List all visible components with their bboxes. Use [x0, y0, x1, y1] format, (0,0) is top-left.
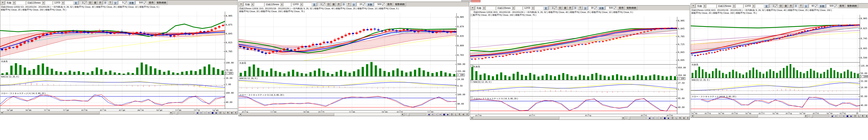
chevron-down-icon[interactable]: ▼ [703, 4, 706, 8]
zoom-in-button[interactable]: + [834, 114, 838, 117]
multi-symbol-button[interactable]: 複数銘柄 [155, 1, 167, 5]
stop-button[interactable]: ■ [442, 113, 446, 116]
chevron-down-icon[interactable]: ▼ [732, 4, 736, 8]
slider-handle[interactable] [176, 111, 178, 114]
line-mode-button[interactable]: L [675, 116, 678, 119]
period-button-day[interactable]: 日 [558, 6, 562, 10]
period-button-month[interactable]: 月 [336, 2, 341, 6]
instrument-category-select[interactable]: 先物▼ [244, 2, 264, 6]
period-button-tick[interactable]: T [108, 1, 113, 5]
stop-button[interactable]: ■ [211, 111, 214, 114]
symbol-select[interactable]: 日経225mini▼ [265, 2, 291, 6]
chevron-down-icon[interactable]: ▼ [300, 3, 303, 6]
refresh-button[interactable]: R [458, 113, 461, 116]
scrollbar-thumb[interactable] [474, 116, 559, 119]
scroll-left-button[interactable]: ◀ [239, 113, 242, 116]
fit-width-button[interactable]: ↔ [207, 111, 211, 114]
zoom-out-button[interactable]: − [203, 111, 207, 114]
period-button-week[interactable]: 週 [563, 6, 567, 10]
refresh-button[interactable]: R [226, 111, 230, 114]
bar-size-input[interactable]: 1 [79, 1, 87, 4]
bar-size-input[interactable]: 1 [769, 4, 778, 8]
bar-size-input[interactable]: 1 [549, 6, 557, 10]
volume-pane-canvas[interactable] [691, 63, 860, 78]
spin-grip-icon[interactable] [84, 1, 87, 4]
scroll-right-button[interactable]: ▶ [804, 114, 808, 117]
stop-button[interactable]: ■ [663, 116, 666, 119]
period-button-tick[interactable]: T [578, 6, 583, 10]
chevron-down-icon[interactable]: ▼ [280, 3, 283, 6]
macd-pane-canvas[interactable] [470, 80, 677, 96]
chevron-down-icon[interactable]: ▼ [752, 4, 755, 8]
window-menu-button[interactable]: ▼ [239, 2, 243, 6]
scrollbar-track[interactable] [242, 113, 401, 116]
magnifier-button[interactable]: ⊕ [462, 113, 465, 116]
magnifier-button[interactable]: ⊕ [682, 116, 686, 119]
scroll-left-button[interactable]: ◀ [691, 114, 694, 117]
pane-restore-arrow-icon[interactable]: ↖ [471, 14, 473, 16]
play-button[interactable]: ▶ [849, 114, 853, 117]
instrument-category-select[interactable]: 先物▼ [5, 1, 26, 5]
macd-pane-canvas[interactable] [239, 77, 457, 93]
period-button-tick[interactable]: T [346, 2, 351, 6]
contract-month-select[interactable]: 12/03▼ [523, 6, 543, 10]
multi-symbol-button[interactable]: 複数銘柄 [394, 2, 406, 6]
spin-grip-icon[interactable] [815, 5, 817, 7]
spin-grip-icon[interactable] [834, 5, 837, 7]
bar-count-input[interactable]: 500 [826, 4, 837, 8]
price-pane-canvas[interactable] [470, 17, 677, 64]
period-button-day[interactable]: 日 [88, 1, 92, 5]
zoom-out-button[interactable]: − [838, 114, 841, 117]
background-window-close-button[interactable] [471, 0, 480, 2]
spin-grip-icon[interactable] [594, 7, 597, 9]
macd-pane-canvas[interactable] [691, 78, 860, 94]
multi-symbol-button[interactable]: 複数銘柄 [846, 4, 858, 8]
volume-pane-canvas[interactable] [239, 61, 457, 77]
zoom-slider[interactable] [173, 111, 195, 114]
spin-grip-icon[interactable] [322, 3, 325, 6]
data-window-button[interactable]: D [450, 113, 454, 116]
data-window-button[interactable]: D [853, 114, 857, 117]
interval-input[interactable]: 30 [588, 6, 597, 10]
line-mode-button[interactable]: L [222, 111, 226, 114]
magnifier-button[interactable]: ⊕ [865, 114, 868, 117]
go-start-button[interactable]: ◀ [195, 111, 199, 114]
chevron-down-icon[interactable]: ▼ [482, 6, 486, 10]
scrollbar-thumb[interactable] [4, 111, 100, 114]
price-pane-canvas[interactable] [0, 11, 225, 59]
period-button-minute[interactable]: 分 [103, 1, 107, 5]
bar-size-input[interactable]: 1 [317, 2, 326, 6]
scroll-right-button[interactable]: ▶ [622, 116, 625, 119]
interval-input[interactable]: 5 [118, 1, 127, 4]
scrollbar-track[interactable] [4, 111, 169, 114]
period-button-minute[interactable]: 分 [794, 4, 798, 8]
pane-restore-arrow-icon[interactable]: ↖ [471, 81, 473, 83]
scrollbar-thumb[interactable] [694, 114, 758, 117]
fit-width-button[interactable]: ↔ [659, 116, 663, 119]
refresh-button[interactable]: R [678, 116, 682, 119]
data-window-button[interactable]: D [218, 111, 222, 114]
zoom-in-button[interactable]: + [199, 111, 203, 114]
go-start-button[interactable]: ◀ [648, 116, 651, 119]
volume-pane-canvas[interactable] [470, 65, 677, 80]
scroll-left-button[interactable]: ◀ [470, 116, 473, 119]
window-menu-button[interactable]: ▼ [471, 6, 475, 10]
line-mode-button[interactable]: L [454, 113, 458, 116]
play-button[interactable]: ▶ [446, 113, 450, 116]
magnifier-button[interactable]: ⊕ [230, 111, 234, 114]
bar-count-input[interactable]: 500 [606, 6, 617, 10]
chevron-down-icon[interactable]: ▼ [42, 1, 45, 4]
close-chart-button[interactable]: X [234, 111, 238, 114]
close-chart-button[interactable]: X [686, 116, 690, 119]
apply-button[interactable]: 適用 [838, 4, 845, 8]
play-button[interactable]: ▶ [215, 111, 218, 114]
scrollbar-thumb[interactable] [242, 113, 334, 116]
zoom-out-button[interactable]: − [435, 113, 438, 116]
volume-pane-canvas[interactable] [0, 59, 225, 75]
apply-button[interactable]: 適用 [148, 1, 155, 5]
interval-input[interactable]: 60 [809, 4, 818, 8]
window-menu-button[interactable]: ▼ [1, 1, 5, 5]
play-button[interactable]: ▶ [667, 116, 671, 119]
fit-width-button[interactable]: ↔ [842, 114, 845, 117]
spin-grip-icon[interactable] [144, 1, 146, 4]
